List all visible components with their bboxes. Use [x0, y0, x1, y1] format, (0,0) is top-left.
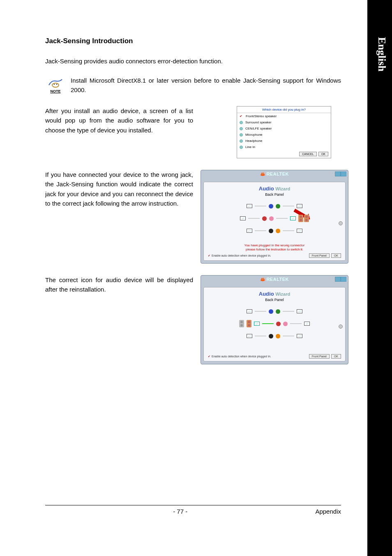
figure-audio-wizard-correct: 🦀REALTEK Audio Wizard Back Panel ↓↑ — [201, 275, 348, 364]
plug-icon: ↓↑ — [247, 309, 252, 313]
ok-button[interactable]: OK — [318, 152, 328, 156]
jack-panel: ↓↑ ↓↑ ↓↑ ↓↑ — [225, 305, 324, 346]
realtek-brand: 🦀REALTEK — [201, 170, 348, 176]
svg-point-2 — [56, 84, 57, 85]
jack-mic — [262, 216, 267, 221]
audio-wizard-title: Audio Wizard — [207, 185, 342, 192]
language-tab-bar — [367, 0, 392, 556]
section-install: After you install an audio device, a scr… — [45, 106, 341, 158]
realtek-window-correct: 🦀REALTEK Audio Wizard Back Panel ↓↑ — [201, 275, 348, 364]
plug-icon: ↓↑ — [297, 204, 302, 208]
jack-mic — [276, 322, 281, 326]
plug-icon: ↓↑ — [247, 229, 252, 233]
page-content: Jack-Sensing Introduction Jack-Sensing p… — [45, 37, 341, 376]
back-panel-label: Back Panel — [207, 298, 342, 302]
page-number: - 77 - — [173, 508, 187, 515]
option-headphone[interactable]: Headphone — [237, 138, 331, 144]
jack-front — [276, 309, 280, 314]
jack-panel: ↓↑ ↓↑ ↓↑ ↓↑ ↓↑ — [225, 200, 324, 241]
option-surround[interactable]: Surround speaker — [237, 119, 331, 125]
jack-cen — [276, 334, 280, 338]
svg-point-0 — [52, 83, 59, 87]
note-text: Install Microsoft DirectX8.1 or later ve… — [71, 76, 341, 95]
cancel-button[interactable]: CANCEL — [299, 152, 316, 156]
volume-knob[interactable] — [339, 324, 343, 329]
jack-front — [276, 204, 280, 208]
plug-icon: ↓↑ — [297, 229, 302, 233]
dialog-title: Which device did you plug in? — [237, 107, 331, 113]
plug-icon: ↓↑ — [247, 334, 252, 338]
minimize-button[interactable] — [335, 171, 341, 176]
para-wrong-jack: If you have connected your device to the… — [45, 170, 193, 208]
figure-audio-wizard-wrong: 🦀REALTEK Audio Wizard Back Panel ↓↑ — [201, 170, 348, 264]
intro-paragraph: Jack-Sensing provides audio connectors e… — [45, 58, 341, 65]
ok-button[interactable]: OK — [331, 253, 341, 258]
page-footer: - 77 - Appendix — [45, 505, 341, 515]
speakers-icon — [247, 320, 251, 327]
jack-cen — [276, 229, 280, 233]
auto-detect-checkbox[interactable]: Enable auto detection when device plugge… — [208, 355, 271, 358]
section-name: Appendix — [315, 508, 341, 515]
plug-wrong: ↓↑ — [290, 216, 296, 220]
plug-icon: ↓↑ — [304, 322, 310, 326]
page-heading: Jack-Sensing Introduction — [45, 37, 341, 45]
warning-text: You have plugged in the wrong connectorp… — [207, 243, 342, 251]
section-wrong-jack: If you have connected your device to the… — [45, 170, 341, 264]
para-install: After you install an audio device, a scr… — [45, 106, 193, 135]
jack-linein — [269, 309, 273, 314]
speakers-muted-icon — [239, 320, 244, 327]
jack-rear — [269, 229, 273, 233]
front-panel-button[interactable]: Front Panel — [309, 253, 330, 258]
audio-wizard-title: Audio Wizard — [207, 291, 342, 297]
realtek-brand: 🦀REALTEK — [201, 276, 348, 282]
ok-button[interactable]: OK — [331, 354, 341, 359]
para-correct: The correct icon for audio device will b… — [45, 275, 193, 294]
note-label: NOTE — [50, 89, 60, 93]
jack-side — [269, 216, 274, 221]
svg-point-1 — [54, 84, 55, 85]
device-select-dialog: Which device did you plug in? Front/Ster… — [237, 106, 331, 158]
back-panel-label: Back Panel — [207, 192, 342, 197]
note-icon: NOTE — [45, 76, 66, 93]
option-microphone[interactable]: Microphone — [237, 132, 331, 138]
jack-linein — [269, 204, 273, 208]
plug-icon: ↓↑ — [240, 216, 246, 220]
auto-detect-checkbox[interactable]: Enable auto detection when device plugge… — [208, 254, 271, 257]
plug-icon: ↓↑ — [247, 204, 252, 208]
close-button[interactable] — [341, 171, 346, 176]
realtek-window-wrong: 🦀REALTEK Audio Wizard Back Panel ↓↑ — [201, 170, 348, 264]
option-cen-lfe[interactable]: CEN/LFE speaker — [237, 125, 331, 132]
figure-device-dialog: Which device did you plug in? Front/Ster… — [201, 106, 341, 158]
minimize-button[interactable] — [335, 277, 341, 282]
front-panel-button[interactable]: Front Panel — [309, 354, 330, 359]
note-block: NOTE Install Microsoft DirectX8.1 or lat… — [45, 76, 341, 95]
plug-icon: ↓↑ — [297, 309, 302, 313]
section-correct-jack: The correct icon for audio device will b… — [45, 275, 341, 364]
correct-arrow — [262, 323, 274, 324]
plug-icon: ↓↑ — [297, 334, 302, 338]
option-linein[interactable]: Line In — [237, 144, 331, 150]
volume-knob[interactable] — [339, 221, 343, 225]
plug-correct: ↓↑ — [254, 322, 260, 326]
close-button[interactable] — [341, 277, 346, 282]
jack-side — [283, 322, 288, 326]
option-front-stereo[interactable]: Front/Stereo speaker — [237, 113, 331, 119]
jack-rear — [269, 334, 273, 338]
language-label: English — [376, 37, 388, 72]
